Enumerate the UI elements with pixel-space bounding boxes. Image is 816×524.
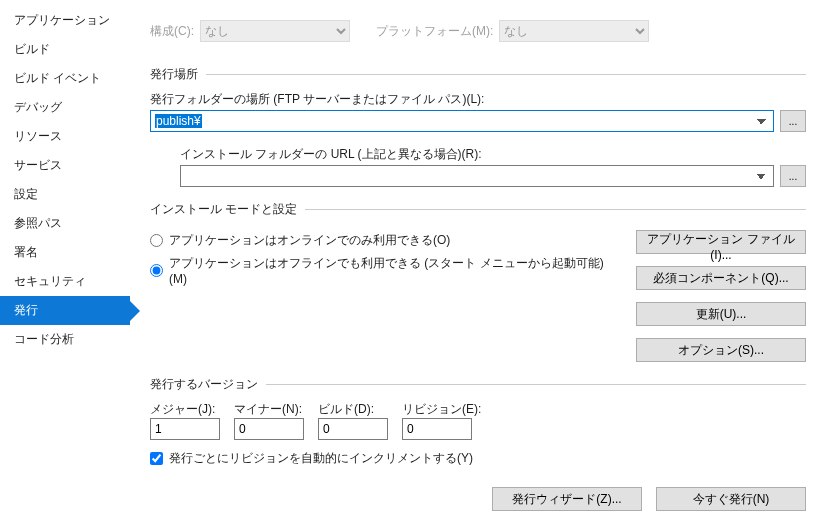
section-publish-location: 発行場所 [150,66,806,83]
radio-online[interactable] [150,234,163,247]
auto-increment-checkbox[interactable] [150,452,163,465]
publish-wizard-button[interactable]: 発行ウィザード(Z)... [492,487,642,511]
sidebar-item-services[interactable]: サービス [0,151,130,180]
sidebar-item-security[interactable]: セキュリティ [0,267,130,296]
publish-now-button[interactable]: 今すぐ発行(N) [656,487,806,511]
sidebar: アプリケーション ビルド ビルド イベント デバッグ リソース サービス 設定 … [0,0,130,524]
auto-increment-label: 発行ごとにリビジョンを自動的にインクリメントする(Y) [169,450,473,467]
sidebar-item-signing[interactable]: 署名 [0,238,130,267]
sidebar-item-application[interactable]: アプリケーション [0,6,130,35]
install-url-label: インストール フォルダーの URL (上記と異なる場合)(R): [180,146,806,163]
publish-folder-input[interactable]: publish¥ [150,110,774,132]
radio-offline[interactable] [150,264,163,277]
publish-folder-label: 発行フォルダーの場所 (FTP サーバーまたはファイル パス)(L): [150,91,806,108]
minor-input[interactable] [234,418,304,440]
major-label: メジャー(J): [150,401,220,418]
prerequisites-button[interactable]: 必須コンポーネント(Q)... [636,266,806,290]
config-label: 構成(C): [150,23,194,40]
sidebar-item-build[interactable]: ビルド [0,35,130,64]
divider [305,209,806,210]
install-url-input[interactable] [180,165,774,187]
platform-select: なし [499,20,649,42]
revision-input[interactable] [402,418,472,440]
radio-online-label: アプリケーションはオンラインでのみ利用できる(O) [169,232,450,249]
revision-label: リビジョン(E): [402,401,481,418]
divider [206,74,806,75]
publish-folder-browse-button[interactable]: ... [780,110,806,132]
section-title: 発行場所 [150,66,198,83]
major-input[interactable] [150,418,220,440]
updates-button[interactable]: 更新(U)... [636,302,806,326]
sidebar-item-debug[interactable]: デバッグ [0,93,130,122]
sidebar-item-settings[interactable]: 設定 [0,180,130,209]
section-install-mode: インストール モードと設定 [150,201,806,218]
main-panel: 構成(C): なし プラットフォーム(M): なし 発行場所 発行フォルダーの場… [130,0,816,524]
sidebar-item-build-events[interactable]: ビルド イベント [0,64,130,93]
application-files-button[interactable]: アプリケーション ファイル(I)... [636,230,806,254]
install-url-browse-button[interactable]: ... [780,165,806,187]
minor-label: マイナー(N): [234,401,304,418]
section-title: インストール モードと設定 [150,201,297,218]
build-input[interactable] [318,418,388,440]
options-button[interactable]: オプション(S)... [636,338,806,362]
section-title: 発行するバージョン [150,376,258,393]
sidebar-item-code-analysis[interactable]: コード分析 [0,325,130,354]
section-publish-version: 発行するバージョン [150,376,806,393]
platform-label: プラットフォーム(M): [376,23,493,40]
build-label: ビルド(D): [318,401,388,418]
sidebar-item-reference-paths[interactable]: 参照パス [0,209,130,238]
config-select: なし [200,20,350,42]
sidebar-item-resources[interactable]: リソース [0,122,130,151]
divider [266,384,806,385]
radio-offline-label: アプリケーションはオフラインでも利用できる (スタート メニューから起動可能)(… [169,255,616,286]
sidebar-item-publish[interactable]: 発行 [0,296,130,325]
config-row: 構成(C): なし プラットフォーム(M): なし [150,0,806,52]
